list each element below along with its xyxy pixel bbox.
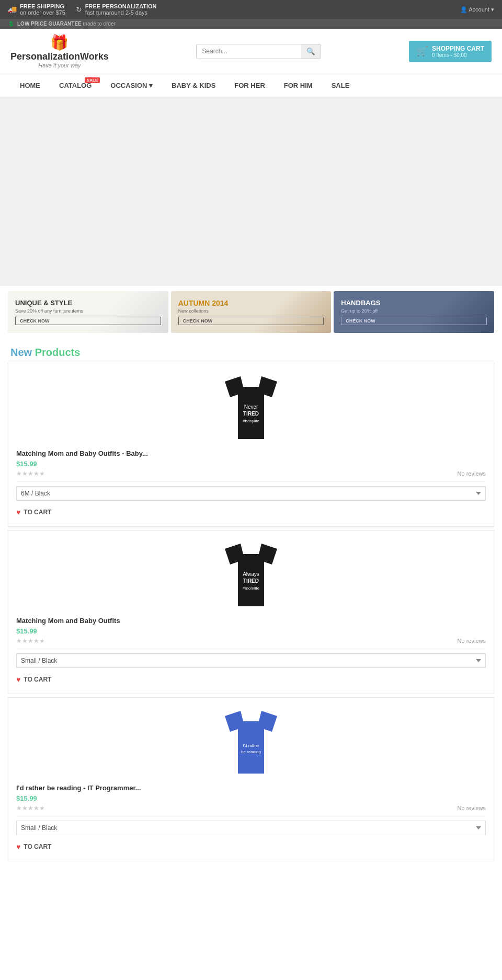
nav-occasion[interactable]: OCCASION ▾ <box>101 74 162 97</box>
site-logo[interactable]: 🎁 PersonalizationWorks Have it your way <box>10 34 109 68</box>
product-title-2: I'd rather be reading - IT Programmer... <box>16 784 486 792</box>
section-new: New <box>10 347 32 358</box>
personalization-label: FREE PERSONALIZATION <box>85 3 157 9</box>
product-image-0[interactable]: Never TIRED #babylife <box>16 371 486 444</box>
product-title-1: Matching Mom and Baby Outfits <box>16 617 486 625</box>
cart-btn-label-0: TO CART <box>24 509 51 516</box>
site-header: 🎁 PersonalizationWorks Have it your way … <box>0 29 502 74</box>
variant-select-0[interactable]: 6M / Black <box>16 486 486 501</box>
promo-banner-1[interactable]: AUTUMN 2014 New colletions CHECK NOW <box>171 291 332 333</box>
svg-text:TIRED: TIRED <box>243 411 259 417</box>
sale-badge: Sale <box>85 77 100 83</box>
main-nav: HOME CATALOG Sale OCCASION ▾ BABY & KIDS… <box>0 74 502 98</box>
variant-select-1[interactable]: Small / Black <box>16 653 486 668</box>
svg-text:#babylife: #babylife <box>243 419 260 423</box>
promo-title-1: AUTUMN 2014 <box>178 299 324 308</box>
reviews-0: No reviews <box>458 470 486 477</box>
nav-for-her[interactable]: FOR HER <box>225 74 275 97</box>
top-bar: FREE SHIPPING on order over $75 FREE PER… <box>0 0 502 19</box>
logo-subtitle: Have it your way <box>10 62 109 68</box>
account-menu[interactable]: 👤 Account ▾ <box>460 6 494 13</box>
nav-home[interactable]: HOME <box>10 74 50 97</box>
add-to-cart-button-0[interactable]: ♥ TO CART <box>16 506 51 518</box>
product-stars-row-0: ★★★★★ No reviews <box>16 470 486 477</box>
product-tshirt-1: Always TIRED #momlife <box>217 538 285 612</box>
product-card-0: Never TIRED #babylife Matching Mom and B… <box>8 363 494 527</box>
stars-0: ★★★★★ <box>16 470 45 477</box>
promo-banner-2[interactable]: HANDBAGS Get up to 20% off CHECK NOW <box>334 291 494 333</box>
low-price-bar: 💲 LOW PRICE GUARANTEE made to order <box>0 19 502 29</box>
reviews-1: No reviews <box>458 638 486 644</box>
cart-icon: 🛒 <box>416 45 428 57</box>
svg-marker-8 <box>225 711 277 774</box>
promo-sub-0: Save 20% off any furniture items <box>15 308 161 314</box>
nav-catalog[interactable]: CATALOG Sale <box>50 74 101 97</box>
top-bar-left: FREE SHIPPING on order over $75 FREE PER… <box>8 3 157 16</box>
svg-text:be reading: be reading <box>241 750 261 754</box>
truck-icon <box>8 5 17 14</box>
promo-title-0: UNIQUE & STYLE <box>15 299 161 307</box>
svg-text:Always: Always <box>243 571 259 577</box>
products-list: Never TIRED #babylife Matching Mom and B… <box>0 363 502 875</box>
product-price-1: $15.99 <box>16 627 486 635</box>
svg-text:Never: Never <box>244 404 258 410</box>
logo-title: PersonalizationWorks <box>10 51 109 62</box>
svg-text:#momlife: #momlife <box>243 586 260 591</box>
divider-2 <box>16 816 486 816</box>
heart-icon-1: ♥ <box>16 675 20 684</box>
low-price-sub: made to order <box>83 21 116 27</box>
stars-1: ★★★★★ <box>16 637 45 644</box>
heart-icon-2: ♥ <box>16 843 20 851</box>
product-stars-row-2: ★★★★★ No reviews <box>16 804 486 812</box>
logo-icon: 🎁 <box>10 34 109 51</box>
nav-baby-kids[interactable]: BABY & KIDS <box>162 74 225 97</box>
promo-btn-0[interactable]: CHECK NOW <box>15 317 161 325</box>
account-icon: 👤 <box>460 6 467 13</box>
personalization-item: FREE PERSONALIZATION fast turnaround 2-5… <box>76 3 157 16</box>
low-price-info: LOW PRICE GUARANTEE made to order <box>17 21 116 27</box>
promo-banners: UNIQUE & STYLE Save 20% off any furnitur… <box>0 286 502 338</box>
promo-banner-0[interactable]: UNIQUE & STYLE Save 20% off any furnitur… <box>8 291 168 333</box>
promo-sub-1: New colletions <box>178 308 324 314</box>
divider-0 <box>16 481 486 482</box>
personalization-info: FREE PERSONALIZATION fast turnaround 2-5… <box>85 3 157 16</box>
free-shipping-item: FREE SHIPPING on order over $75 <box>8 3 65 16</box>
promo-title-2: HANDBAGS <box>341 299 487 307</box>
new-products-heading: New Products <box>0 338 502 363</box>
product-stars-row-1: ★★★★★ No reviews <box>16 637 486 644</box>
product-tshirt-2: I'd rather be reading <box>217 706 285 779</box>
reviews-2: No reviews <box>458 805 486 811</box>
svg-text:I'd rather: I'd rather <box>243 743 259 748</box>
variant-select-2[interactable]: Small / Black <box>16 821 486 835</box>
nav-sale[interactable]: SALE <box>322 74 359 97</box>
dollar-icon: 💲 <box>8 21 14 27</box>
personalization-sub: fast turnaround 2-5 days <box>85 9 157 16</box>
product-image-1[interactable]: Always TIRED #momlife <box>16 538 486 612</box>
free-shipping-sub: on order over $75 <box>20 9 65 16</box>
add-to-cart-button-1[interactable]: ♥ TO CART <box>16 673 51 686</box>
promo-btn-2[interactable]: CHECK NOW <box>341 317 487 325</box>
hero-banner <box>0 98 502 286</box>
product-card-1: Always TIRED #momlife Matching Mom and B… <box>8 530 494 694</box>
search-input[interactable] <box>197 44 301 59</box>
svg-text:TIRED: TIRED <box>243 578 259 584</box>
search-button[interactable]: 🔍 <box>301 44 321 59</box>
cart-btn-label-1: TO CART <box>24 676 51 683</box>
nav-for-him[interactable]: FOR HIM <box>275 74 322 97</box>
product-title-0: Matching Mom and Baby Outfits - Baby... <box>16 449 486 457</box>
add-to-cart-button-2[interactable]: ♥ TO CART <box>16 840 51 853</box>
section-products: Products <box>35 347 81 358</box>
cart-items: 0 Items - $0.00 <box>432 52 484 58</box>
product-price-2: $15.99 <box>16 794 486 802</box>
cart-btn-label-2: TO CART <box>24 843 51 850</box>
product-tshirt-0: Never TIRED #babylife <box>217 371 285 444</box>
low-price-label: LOW PRICE GUARANTEE <box>17 21 82 27</box>
product-image-2[interactable]: I'd rather be reading <box>16 706 486 779</box>
search-bar: 🔍 <box>196 44 321 59</box>
cart-label: SHOPPING CART <box>432 45 484 52</box>
free-shipping-info: FREE SHIPPING on order over $75 <box>20 3 65 16</box>
cart-button[interactable]: 🛒 SHOPPING CART 0 Items - $0.00 <box>409 41 492 62</box>
stars-2: ★★★★★ <box>16 804 45 812</box>
promo-btn-1[interactable]: CHECK NOW <box>178 317 324 325</box>
free-shipping-label: FREE SHIPPING <box>20 3 65 9</box>
